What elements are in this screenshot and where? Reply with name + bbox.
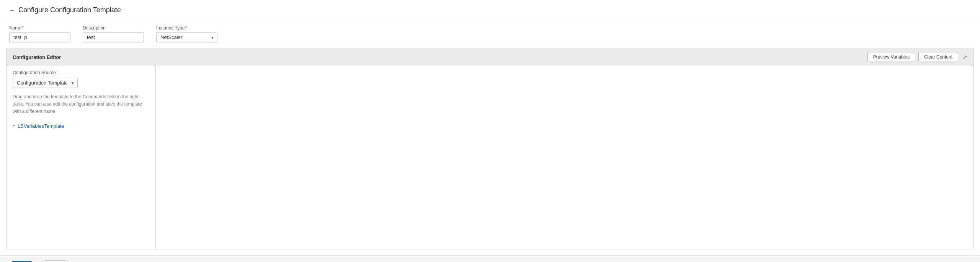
config-source-select-wrapper: Configuration Template File ▼ (13, 78, 78, 88)
config-editor-title: Configuration Editor (13, 54, 61, 60)
name-label: Name* (9, 25, 70, 31)
form-area: Name* Description Instance Type* NetScal… (0, 19, 980, 49)
preview-variables-button[interactable]: Preview Variables (867, 52, 915, 62)
config-source-select[interactable]: Configuration Template File (13, 78, 78, 88)
name-input[interactable] (9, 32, 70, 42)
template-item: + LBVariablesTemplate (13, 123, 149, 129)
instance-type-label: Instance Type* (156, 25, 217, 31)
drag-hint-text: Drag and drop the template to the Comman… (13, 93, 149, 116)
header-buttons: Preview Variables Clear Content ⤢ (867, 52, 967, 62)
description-label: Description (83, 25, 144, 31)
editor-wrapper: Configuration Editor Preview Variables C… (0, 49, 980, 255)
config-editor-header: Configuration Editor Preview Variables C… (7, 49, 973, 65)
config-source-label: Configuration Source (13, 70, 149, 75)
left-pane: Configuration Source Configuration Templ… (7, 65, 156, 249)
lb-variables-template-link[interactable]: LBVariablesTemplate (18, 123, 64, 129)
expand-icon[interactable]: ⤢ (963, 54, 967, 60)
back-arrow-icon[interactable]: ← (9, 7, 15, 14)
description-input[interactable] (83, 32, 144, 42)
instance-type-field-group: Instance Type* NetScaler Other ▼ (156, 25, 217, 42)
template-plus-icon: + (13, 123, 15, 129)
page-title: Configure Configuration Template (18, 6, 121, 14)
instance-type-select[interactable]: NetScaler Other (156, 32, 217, 42)
clear-content-button[interactable]: Clear Content (918, 52, 958, 62)
name-field-group: Name* (9, 25, 70, 42)
config-editor-section: Configuration Editor Preview Variables C… (6, 49, 974, 249)
close-button[interactable]: Close (39, 260, 71, 262)
page-header: ← Configure Configuration Template (0, 0, 980, 19)
instance-type-select-wrapper: NetScaler Other ▼ (156, 32, 217, 42)
description-field-group: Description (83, 25, 144, 42)
config-editor-body: Configuration Source Configuration Templ… (7, 65, 973, 249)
right-pane (156, 65, 973, 249)
page-footer: OK Close (0, 255, 980, 262)
page-container: ← Configure Configuration Template Name*… (0, 0, 980, 262)
